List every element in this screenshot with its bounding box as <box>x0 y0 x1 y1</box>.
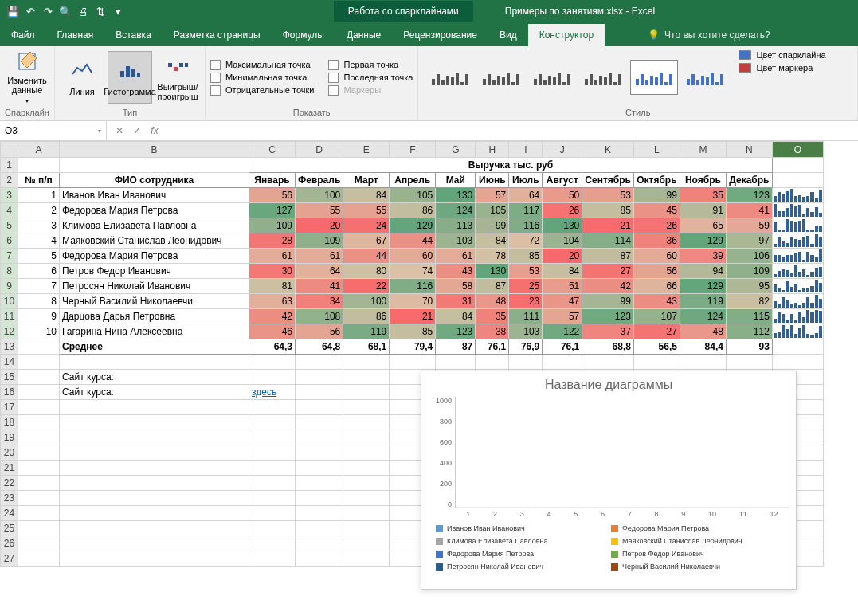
cell[interactable]: 57 <box>476 188 509 203</box>
cell[interactable]: 64 <box>296 264 343 279</box>
cell[interactable]: 105 <box>476 203 509 218</box>
cell[interactable]: 74 <box>390 264 436 279</box>
cell[interactable]: 129 <box>390 218 436 233</box>
cell[interactable]: 81 <box>249 279 296 294</box>
col-header[interactable]: E <box>343 142 390 158</box>
cell[interactable]: 104 <box>543 233 582 249</box>
cell[interactable]: 66 <box>633 279 680 294</box>
tab-design[interactable]: Конструктор <box>528 24 605 46</box>
tab-file[interactable]: Файл <box>0 24 46 46</box>
cell[interactable]: 117 <box>509 203 543 218</box>
cell[interactable]: 85 <box>390 324 436 339</box>
cell[interactable]: 116 <box>390 279 436 294</box>
sparkline-cell[interactable] <box>772 249 823 264</box>
sparkline-cell[interactable] <box>772 309 823 324</box>
row-header[interactable]: 12 <box>1 324 18 339</box>
row-header[interactable]: 1 <box>1 158 18 173</box>
cell[interactable]: Маяковский Станислав Леонидович <box>60 233 249 249</box>
cell[interactable]: 22 <box>343 279 390 294</box>
check-low-point[interactable]: Минимальная точка <box>210 73 314 83</box>
col-header[interactable]: A <box>18 142 60 158</box>
cell[interactable]: 99 <box>633 188 680 203</box>
style-option[interactable] <box>630 60 678 95</box>
sparkline-cell[interactable] <box>772 294 823 309</box>
cancel-icon[interactable]: ✕ <box>112 125 127 136</box>
cell[interactable]: 48 <box>476 294 509 309</box>
cell[interactable]: 21 <box>390 309 436 324</box>
cell[interactable]: 87 <box>476 279 509 294</box>
cell[interactable]: 84 <box>343 188 390 203</box>
cell[interactable]: 130 <box>543 218 582 233</box>
tab-data[interactable]: Данные <box>335 24 392 46</box>
cell[interactable]: Федорова Мария Петрова <box>60 249 249 264</box>
cell[interactable]: 94 <box>680 264 726 279</box>
cell[interactable]: 99 <box>582 294 634 309</box>
style-option[interactable] <box>681 60 729 95</box>
cell[interactable]: 87 <box>582 249 634 264</box>
row-header[interactable]: 6 <box>1 233 18 249</box>
cell[interactable]: 64 <box>509 188 543 203</box>
row-header[interactable]: 9 <box>1 279 18 294</box>
fx-icon[interactable]: fx <box>147 125 163 136</box>
col-header[interactable]: L <box>633 142 680 158</box>
row-header[interactable]: 2 <box>1 173 18 188</box>
cell[interactable]: 61 <box>296 249 343 264</box>
cell[interactable]: 109 <box>726 264 772 279</box>
row-header[interactable]: 4 <box>1 203 18 218</box>
cell[interactable]: 41 <box>296 279 343 294</box>
redo-icon[interactable]: ↷ <box>40 3 56 19</box>
undo-icon[interactable]: ↶ <box>22 3 38 19</box>
cell[interactable]: 42 <box>249 309 296 324</box>
cell[interactable]: 70 <box>390 294 436 309</box>
cell[interactable]: 21 <box>582 218 634 233</box>
cell[interactable]: 111 <box>509 309 543 324</box>
tab-layout[interactable]: Разметка страницы <box>163 24 272 46</box>
cell[interactable]: 45 <box>633 203 680 218</box>
cell[interactable]: 119 <box>343 324 390 339</box>
cell[interactable]: 108 <box>296 309 343 324</box>
sparkline-cell[interactable] <box>772 324 823 339</box>
col-header[interactable]: C <box>249 142 296 158</box>
row-header[interactable]: 8 <box>1 264 18 279</box>
cell[interactable]: 109 <box>296 233 343 249</box>
marker-color-button[interactable]: Цвет маркера <box>735 61 829 74</box>
sparkline-cell[interactable] <box>772 264 823 279</box>
cell[interactable]: 95 <box>726 279 772 294</box>
cell[interactable]: 127 <box>249 203 296 218</box>
cell[interactable]: 130 <box>436 188 476 203</box>
check-first-point[interactable]: Первая точка <box>328 60 413 70</box>
cell[interactable]: 35 <box>680 188 726 203</box>
row-header[interactable]: 10 <box>1 294 18 309</box>
edit-data-button[interactable]: Изменить данные ▾ <box>5 51 49 104</box>
col-header[interactable]: J <box>543 142 582 158</box>
cell[interactable]: 100 <box>343 294 390 309</box>
cell[interactable]: Иванов Иван Иванович <box>60 188 249 203</box>
col-header[interactable]: N <box>726 142 772 158</box>
tab-insert[interactable]: Вставка <box>104 24 163 46</box>
cell[interactable]: 36 <box>633 233 680 249</box>
cell[interactable]: 57 <box>543 309 582 324</box>
cell[interactable]: Петросян Николай Иванович <box>60 279 249 294</box>
cell[interactable]: 65 <box>680 218 726 233</box>
cell[interactable]: Черный Василий Николаевчи <box>60 294 249 309</box>
cell[interactable]: 84 <box>436 309 476 324</box>
cell[interactable]: 23 <box>509 294 543 309</box>
cell[interactable]: 56 <box>633 264 680 279</box>
cell[interactable]: 27 <box>582 264 634 279</box>
cell[interactable]: 63 <box>249 294 296 309</box>
cell[interactable]: 44 <box>343 249 390 264</box>
sort-icon[interactable]: ⇅ <box>92 3 108 19</box>
row-header[interactable]: 11 <box>1 309 18 324</box>
col-header[interactable]: M <box>680 142 726 158</box>
cell[interactable]: Петров Федор Иванович <box>60 264 249 279</box>
col-header[interactable]: K <box>582 142 634 158</box>
cell[interactable]: 53 <box>582 188 634 203</box>
cell[interactable]: 61 <box>249 249 296 264</box>
sparkline-cell[interactable] <box>772 233 823 249</box>
check-last-point[interactable]: Последняя точка <box>328 73 413 83</box>
cell[interactable]: Федорова Мария Петрова <box>60 203 249 218</box>
cell[interactable]: 124 <box>436 203 476 218</box>
cell[interactable]: 105 <box>390 188 436 203</box>
cell[interactable]: 129 <box>680 279 726 294</box>
cell[interactable]: 114 <box>582 233 634 249</box>
